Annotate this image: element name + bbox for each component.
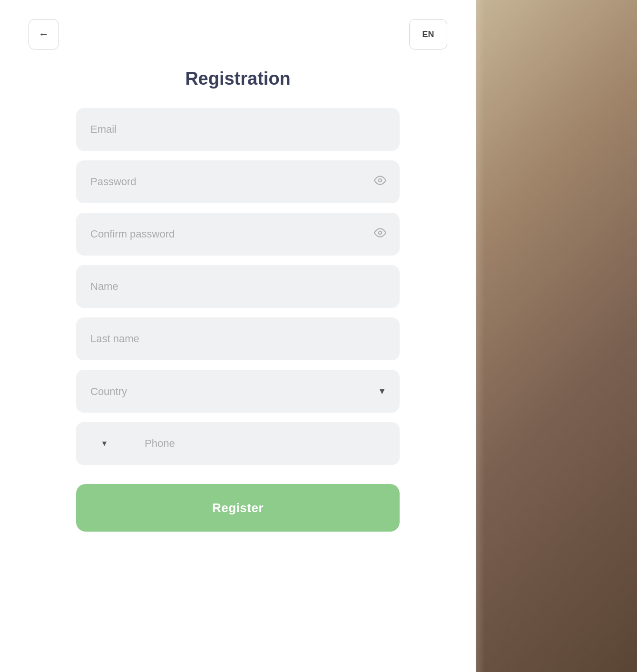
confirm-password-input[interactable] [76,213,400,256]
last-name-field-wrapper [76,317,400,360]
form-panel: ← EN Registration [0,0,476,672]
register-button[interactable]: Register [76,484,400,532]
language-label: EN [422,30,434,40]
registration-form: Country ▼ ▼ Register [76,108,400,532]
page-title: Registration [185,69,291,89]
background-photo [456,0,637,672]
country-select[interactable]: Country [76,370,400,413]
email-field-wrapper [76,108,400,151]
password-field-wrapper [76,160,400,203]
last-name-input[interactable] [76,317,400,360]
svg-point-0 [379,179,382,182]
language-button[interactable]: EN [409,19,447,49]
top-bar: ← EN [29,19,447,49]
phone-input[interactable] [133,422,400,465]
phone-code-dropdown-arrow-icon: ▼ [101,439,108,448]
country-field-wrapper: Country ▼ [76,370,400,413]
email-input[interactable] [76,108,400,151]
password-eye-icon[interactable] [374,174,386,189]
confirm-password-field-wrapper [76,213,400,256]
back-button[interactable]: ← [29,19,59,49]
register-button-label: Register [212,501,264,515]
name-input[interactable] [76,265,400,308]
svg-point-1 [379,231,382,235]
confirm-password-eye-icon[interactable] [374,227,386,242]
phone-field-wrapper: ▼ [76,422,400,465]
back-arrow-icon: ← [39,28,49,40]
name-field-wrapper [76,265,400,308]
password-input[interactable] [76,160,400,203]
phone-code-selector[interactable]: ▼ [76,422,133,465]
